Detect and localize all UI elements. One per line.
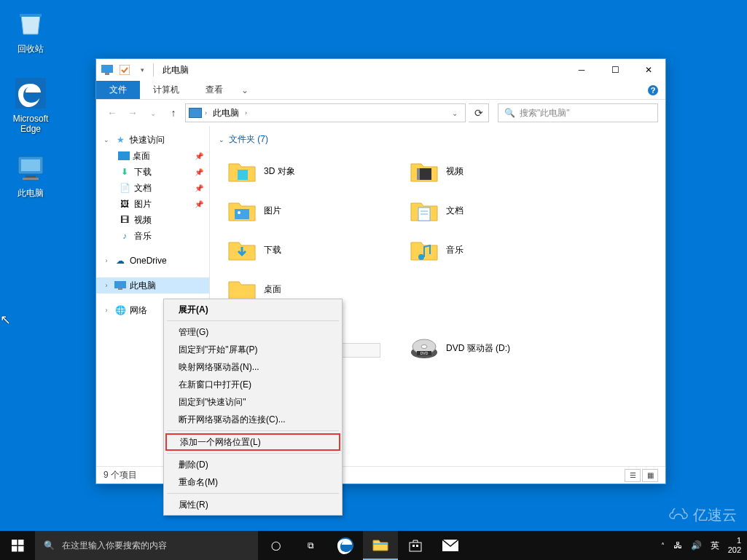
nav-up-button[interactable]: ↑ <box>165 104 182 122</box>
svg-rect-6 <box>105 73 109 75</box>
sidebar-item-videos[interactable]: 🎞视频 <box>96 212 209 228</box>
tray-clock[interactable]: 1 202 <box>728 536 744 555</box>
tray-network-icon[interactable]: 🖧 <box>673 540 682 551</box>
svg-rect-2 <box>21 159 40 171</box>
dvd-icon: DVD <box>410 334 439 363</box>
ribbon-collapse-icon[interactable]: ⌄ <box>236 81 254 99</box>
sidebar-item-desktop[interactable]: 桌面📌 <box>96 148 209 164</box>
menu-manage[interactable]: 管理(G) <box>165 323 340 341</box>
item-label: 音乐 <box>446 244 464 256</box>
menu-properties[interactable]: 属性(R) <box>165 496 340 513</box>
svg-rect-31 <box>373 543 388 545</box>
pc-icon <box>101 63 114 76</box>
sidebar-item-pictures[interactable]: 🖼图片📌 <box>96 196 209 212</box>
view-details-button[interactable]: ☰ <box>625 469 641 482</box>
svg-rect-10 <box>114 281 126 288</box>
taskbar-edge[interactable] <box>328 531 363 560</box>
sidebar-onedrive[interactable]: ›☁OneDrive <box>96 253 209 269</box>
watermark: 亿速云 <box>668 505 737 525</box>
search-icon: 🔍 <box>44 540 55 551</box>
sidebar-this-pc[interactable]: ›此电脑 <box>96 277 209 293</box>
nav-recent-dropdown[interactable]: ⌄ <box>144 104 162 122</box>
tab-computer[interactable]: 计算机 <box>140 81 192 99</box>
breadcrumb-this-pc[interactable]: 此电脑 <box>210 107 242 119</box>
folder-documents[interactable]: 文档 <box>399 191 582 230</box>
pc-icon <box>114 280 127 291</box>
drive-dvd[interactable]: DVD DVD 驱动器 (D:) <box>399 328 582 368</box>
desktop-icon-edge[interactable]: Microsoft Edge <box>3 76 58 134</box>
sidebar-item-label: OneDrive <box>130 256 167 266</box>
desktop-icon-label: Microsoft Edge <box>3 114 58 134</box>
cursor-icon: ↖ <box>0 312 11 328</box>
folders-grid: 3D 对象 视频 图片 文档 下载 音乐 桌面 <box>217 151 658 309</box>
taskbar-mail[interactable] <box>433 531 468 560</box>
item-label: 3D 对象 <box>264 165 295 178</box>
search-input[interactable]: 🔍 搜索"此电脑" <box>498 103 658 122</box>
item-label: 视频 <box>446 165 464 178</box>
menu-add-network-location[interactable]: 添加一个网络位置(L) <box>165 433 340 451</box>
group-folders-header[interactable]: ⌄ 文件夹 (7) <box>217 132 658 151</box>
sidebar-item-label: 下载 <box>134 166 152 178</box>
menu-disconnect-drive[interactable]: 断开网络驱动器的连接(C)... <box>165 411 340 428</box>
view-icons-button[interactable]: ▦ <box>642 469 658 482</box>
navbar: ← → ⌄ ↑ › 此电脑 › ⌄ ⟳ 🔍 搜索"此电脑" <box>96 100 665 126</box>
folder-pictures[interactable]: 图片 <box>217 191 399 230</box>
breadcrumb[interactable]: › 此电脑 › ⌄ <box>185 103 466 122</box>
menu-map-drive[interactable]: 映射网络驱动器(N)... <box>165 358 340 376</box>
svg-rect-34 <box>416 545 418 547</box>
desktop-icon-this-pc[interactable]: 此电脑 <box>3 150 58 198</box>
taskbar-search[interactable]: 🔍 在这里输入你要搜索的内容 <box>35 531 258 560</box>
tab-view[interactable]: 查看 <box>192 81 236 99</box>
sidebar-item-label: 文档 <box>134 182 152 194</box>
desktop-icon-label: 回收站 <box>3 44 58 54</box>
cortana-button[interactable]: ◯ <box>258 531 293 560</box>
chevron-right-icon[interactable]: › <box>102 307 111 314</box>
folder-icon <box>410 157 439 186</box>
chevron-right-icon[interactable]: › <box>205 109 207 117</box>
search-icon: 🔍 <box>504 108 515 118</box>
menu-expand[interactable]: 展开(A) <box>165 301 340 318</box>
chevron-down-icon[interactable]: ⌄ <box>102 136 111 143</box>
recycle-bin-icon <box>13 6 48 41</box>
nav-back-button[interactable]: ← <box>103 104 121 122</box>
sidebar-item-music[interactable]: ♪音乐 <box>96 228 209 244</box>
sidebar-item-documents[interactable]: 📄文档📌 <box>96 180 209 196</box>
dropdown-icon[interactable]: ▾ <box>136 63 149 76</box>
sidebar-item-label: 此电脑 <box>130 280 156 292</box>
menu-rename[interactable]: 重命名(M) <box>165 473 340 491</box>
tray-ime[interactable]: 英 <box>711 540 719 552</box>
menu-open-new-window[interactable]: 在新窗口中打开(E) <box>165 376 340 393</box>
taskbar-explorer[interactable] <box>363 531 398 560</box>
task-view-button[interactable]: ⧉ <box>293 531 328 560</box>
svg-rect-32 <box>410 543 421 551</box>
titlebar[interactable]: ▾ 此电脑 ─ ☐ ✕ <box>96 59 665 81</box>
item-label: 文档 <box>446 205 464 217</box>
close-button[interactable]: ✕ <box>632 59 665 81</box>
minimize-button[interactable]: ─ <box>565 59 598 81</box>
tray-volume-icon[interactable]: 🔊 <box>691 540 702 551</box>
folder-videos[interactable]: 视频 <box>399 151 582 191</box>
menu-delete[interactable]: 删除(D) <box>165 456 340 473</box>
menu-pin-quick-access[interactable]: 固定到"快速访问" <box>165 393 340 411</box>
refresh-button[interactable]: ⟳ <box>469 103 489 122</box>
checkbox-icon[interactable] <box>118 63 131 76</box>
breadcrumb-dropdown-icon[interactable]: ⌄ <box>447 109 462 117</box>
chevron-right-icon[interactable]: › <box>245 109 247 117</box>
chevron-right-icon[interactable]: › <box>102 257 111 264</box>
folder-music[interactable]: 音乐 <box>399 230 582 269</box>
nav-forward-button[interactable]: → <box>124 104 141 122</box>
tab-file[interactable]: 文件 <box>96 81 140 99</box>
folder-downloads[interactable]: 下载 <box>217 230 399 269</box>
watermark-text: 亿速云 <box>693 505 737 525</box>
desktop-icon-recycle-bin[interactable]: 回收站 <box>3 6 58 54</box>
menu-pin-start[interactable]: 固定到"开始"屏幕(P) <box>165 341 340 358</box>
start-button[interactable] <box>0 531 35 560</box>
sidebar-item-downloads[interactable]: ⬇下载📌 <box>96 164 209 180</box>
taskbar-store[interactable] <box>398 531 433 560</box>
folder-3d-objects[interactable]: 3D 对象 <box>217 151 399 191</box>
chevron-right-icon[interactable]: › <box>102 282 111 289</box>
maximize-button[interactable]: ☐ <box>598 59 632 81</box>
help-icon[interactable]: ? <box>641 81 665 99</box>
sidebar-quick-access[interactable]: ⌄ ★ 快速访问 <box>96 132 209 148</box>
tray-overflow-icon[interactable]: ˄ <box>661 542 665 550</box>
